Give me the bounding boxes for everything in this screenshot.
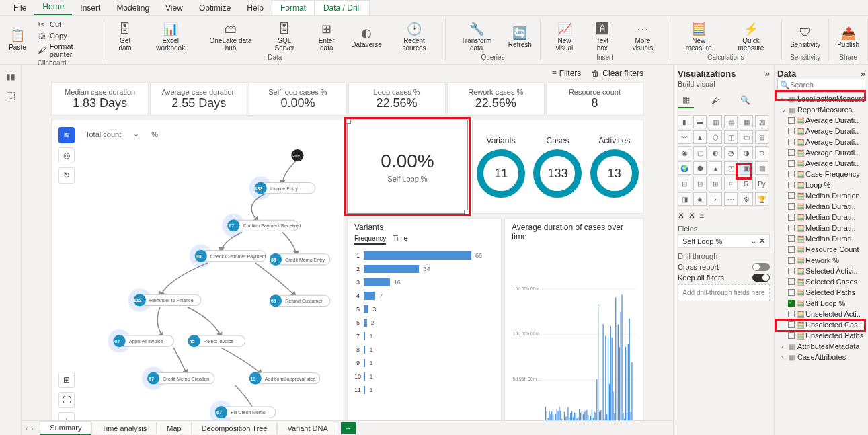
checkbox[interactable] bbox=[788, 214, 795, 221]
checkbox[interactable] bbox=[788, 171, 795, 177]
map-fullscreen-icon[interactable]: ⛶ bbox=[58, 392, 75, 408]
checkbox[interactable] bbox=[788, 128, 795, 134]
kpi-resource-count[interactable]: Resource count8 bbox=[546, 82, 643, 116]
measure-item[interactable]: 🧮Median Durati.. bbox=[777, 212, 865, 223]
variants-tab-time[interactable]: Time bbox=[393, 235, 407, 245]
visual-type-13[interactable]: ▢ bbox=[693, 146, 707, 159]
visual-type-20[interactable]: ▴ bbox=[709, 161, 722, 175]
tab-next-icon[interactable]: › bbox=[31, 424, 34, 432]
tab-time-analysis[interactable]: Time analysis bbox=[91, 422, 157, 434]
viz-collapse-icon[interactable]: » bbox=[765, 69, 770, 79]
kpi-loop-cases[interactable]: Loop cases %22.56% bbox=[348, 82, 446, 116]
map-metric-dropdown[interactable]: Total count⌄ % bbox=[85, 130, 158, 139]
measure-item[interactable]: 🧮Selected Paths bbox=[777, 287, 865, 298]
variant-bar[interactable]: 91 bbox=[354, 356, 494, 370]
variant-bar[interactable]: 81 bbox=[354, 343, 494, 356]
map-view-2[interactable]: ◎ bbox=[58, 147, 75, 163]
variants-chart[interactable]: Variants Frequency Time 1662343164753627… bbox=[347, 218, 502, 420]
add-page-button[interactable]: + bbox=[341, 422, 356, 434]
visual-type-12[interactable]: ◉ bbox=[678, 146, 691, 159]
visual-type-6[interactable]: 〰 bbox=[678, 130, 691, 144]
publish-button[interactable]: 📤Publish bbox=[833, 24, 863, 50]
measure-item[interactable]: 🧮Average Durati.. bbox=[777, 158, 865, 169]
dataverse-button[interactable]: ◐Dataverse bbox=[348, 24, 386, 50]
visual-type-27[interactable]: ⌗ bbox=[724, 177, 738, 190]
visual-type-21[interactable]: ◰ bbox=[724, 161, 738, 175]
visual-type-8[interactable]: ⬡ bbox=[709, 130, 722, 144]
visual-type-16[interactable]: ◑ bbox=[740, 146, 753, 159]
tool-2-icon[interactable]: ✕ bbox=[688, 211, 695, 221]
donut-row[interactable]: Variants11 Cases133 Activities13 bbox=[472, 120, 643, 214]
menu-view[interactable]: View bbox=[157, 1, 191, 15]
analytics-tab[interactable]: 🔍 bbox=[737, 92, 753, 108]
measure-item[interactable]: 🧮Loop % bbox=[777, 180, 865, 190]
tab-prev-icon[interactable]: ‹ bbox=[26, 424, 28, 432]
measure-item[interactable]: 🧮Median Duration bbox=[777, 190, 865, 201]
visual-type-17[interactable]: ⊙ bbox=[755, 146, 768, 159]
table-attributes-metadata[interactable]: ›▦AttributesMetadata bbox=[777, 341, 865, 352]
kpi-average-duration[interactable]: Average case duration2.55 Days bbox=[150, 82, 247, 116]
excel-button[interactable]: 📊Excel workbook bbox=[143, 19, 198, 53]
menu-file[interactable]: File bbox=[5, 1, 34, 15]
visual-type-3[interactable]: ▤ bbox=[724, 115, 738, 128]
variant-bar[interactable]: 166 bbox=[354, 249, 494, 262]
menu-home[interactable]: Home bbox=[34, 0, 72, 15]
checkbox[interactable] bbox=[788, 203, 795, 210]
remove-field-icon[interactable]: ✕ bbox=[759, 237, 765, 245]
checkbox[interactable] bbox=[788, 160, 795, 167]
report-view-icon[interactable]: ▮▮ bbox=[4, 70, 17, 83]
checkbox[interactable] bbox=[788, 300, 795, 307]
paste-button[interactable]: 📋Paste bbox=[4, 26, 31, 52]
visual-type-30[interactable]: ◨ bbox=[678, 192, 691, 206]
measure-item[interactable]: 🧮Median Durati.. bbox=[777, 233, 865, 244]
measure-item[interactable]: 🧮Selected Activi.. bbox=[777, 266, 865, 276]
visual-type-24[interactable]: ⊟ bbox=[678, 177, 691, 190]
refresh-button[interactable]: 🔄Refresh bbox=[504, 24, 536, 50]
measure-item[interactable]: 🧮Resource Count bbox=[777, 244, 865, 255]
keep-filters-toggle[interactable] bbox=[752, 274, 770, 282]
measure-item[interactable]: 🧮Unselected Paths bbox=[777, 330, 865, 341]
visual-type-29[interactable]: Py bbox=[755, 177, 768, 190]
get-data-button[interactable]: 🗄Get data bbox=[108, 19, 142, 53]
variant-bar[interactable]: 234 bbox=[354, 262, 494, 276]
visual-type-5[interactable]: ▧ bbox=[755, 115, 768, 128]
variant-bar[interactable]: 62 bbox=[354, 316, 494, 329]
checkbox[interactable] bbox=[788, 225, 795, 231]
tool-3-icon[interactable]: ≡ bbox=[699, 211, 704, 221]
measure-item[interactable]: 🧮Average Durati.. bbox=[777, 126, 865, 136]
format-visual-tab[interactable]: 🖌 bbox=[707, 92, 723, 108]
measure-item[interactable]: 🧮Self Loop % bbox=[777, 298, 865, 309]
onelake-button[interactable]: 🗃OneLake data hub bbox=[199, 19, 262, 53]
more-visuals-button[interactable]: ⋯More visuals bbox=[620, 19, 665, 53]
new-visual-button[interactable]: 📈New visual bbox=[545, 19, 585, 53]
cut-button[interactable]: ✂Cut bbox=[35, 19, 100, 30]
chevron-down-icon[interactable]: ⌄ bbox=[750, 237, 756, 245]
tab-decomposition[interactable]: Decomposition Tree bbox=[192, 422, 278, 434]
visual-type-26[interactable]: ⊞ bbox=[709, 177, 722, 190]
menu-optimize[interactable]: Optimize bbox=[191, 1, 239, 15]
variant-bar[interactable]: 53 bbox=[354, 303, 494, 316]
visual-type-11[interactable]: ⊞ bbox=[755, 130, 768, 144]
tab-summary[interactable]: Summary bbox=[40, 421, 91, 435]
checkbox[interactable] bbox=[788, 311, 795, 317]
visual-type-18[interactable]: 🌍 bbox=[678, 161, 691, 175]
measure-item[interactable]: 🧮Median Durati.. bbox=[777, 223, 865, 233]
table-case-attributes[interactable]: ›▦CaseAttributes bbox=[777, 352, 865, 362]
checkbox[interactable] bbox=[788, 246, 795, 253]
visual-type-15[interactable]: ◔ bbox=[724, 146, 738, 159]
visual-type-10[interactable]: ▭ bbox=[740, 130, 753, 144]
variant-bar[interactable]: 101 bbox=[354, 370, 494, 383]
transform-button[interactable]: 🔧Transform data bbox=[450, 19, 503, 53]
map-zoom-in-icon[interactable]: + bbox=[58, 412, 75, 420]
kpi-self-loop[interactable]: Self loop cases %0.00% bbox=[249, 82, 346, 116]
measure-item[interactable]: 🧮Average Durati.. bbox=[777, 147, 865, 158]
visual-type-28[interactable]: R bbox=[740, 177, 753, 190]
visual-type-23[interactable]: ▤ bbox=[755, 161, 768, 175]
field-well-value[interactable]: Self Loop %⌄✕ bbox=[678, 234, 770, 248]
visual-type-14[interactable]: ◐ bbox=[709, 146, 722, 159]
measure-item[interactable]: 🧮Average Durati.. bbox=[777, 136, 865, 147]
map-view-process[interactable]: ≋ bbox=[58, 127, 75, 143]
table-localization[interactable]: ›▦LocalizationMeasures bbox=[777, 93, 865, 104]
measure-item[interactable]: 🧮Average Durati.. bbox=[777, 115, 865, 126]
checkbox[interactable] bbox=[788, 235, 795, 242]
